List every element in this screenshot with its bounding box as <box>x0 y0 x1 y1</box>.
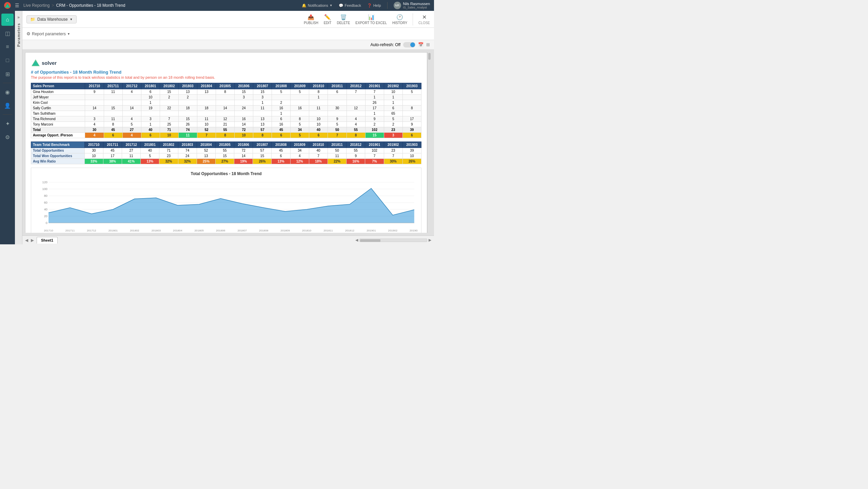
sidebar-icon-settings[interactable]: ⚙ <box>1 131 14 143</box>
sidebar-icon-list[interactable]: ≡ <box>1 41 14 53</box>
data-warehouse-btn[interactable]: 📁 Data Warehouse ▼ <box>26 15 77 23</box>
cell-value <box>104 111 122 116</box>
report-params-label: Report parameters <box>32 32 66 36</box>
hamburger-menu[interactable]: ☰ <box>15 3 19 8</box>
notifications-chevron: ▼ <box>330 4 333 7</box>
bench-cell: 26% <box>253 159 272 164</box>
bench-cell: 57 <box>253 148 272 153</box>
sidebar-icon-reports[interactable]: ◫ <box>1 27 14 39</box>
cell-value: 26 <box>365 100 384 106</box>
delete-btn[interactable]: 🗑️ DELETE <box>337 14 350 25</box>
help-btn[interactable]: ❓ Help <box>367 3 381 8</box>
sheet-prev-btn[interactable]: ◀ <box>25 238 28 243</box>
col-201903: 201903 <box>402 83 421 89</box>
cell-value: 10 <box>309 122 328 127</box>
sidebar-icon-users[interactable]: 👤 <box>1 99 14 112</box>
svg-text:201811: 201811 <box>323 229 333 232</box>
bell-icon: 🔔 <box>302 3 307 8</box>
cell-value: 22 <box>160 106 178 111</box>
cell-value: 15 <box>178 116 197 122</box>
cell-value: 11 <box>104 116 122 122</box>
sidebar-icon-square[interactable]: □ <box>1 54 14 67</box>
bench-cell: 11 <box>328 153 347 159</box>
svg-text:201812: 201812 <box>345 229 355 232</box>
feedback-btn[interactable]: 💬 Feedback <box>339 3 361 8</box>
breadcrumb-sep: > <box>52 3 54 8</box>
cell-value <box>291 95 309 100</box>
bench-col-201810: 201810 <box>309 142 328 148</box>
bench-cell: 10 <box>84 153 103 159</box>
svg-text:80: 80 <box>44 194 47 198</box>
autorefresh-toggle[interactable] <box>403 42 415 48</box>
h-scrollbar-thumb[interactable] <box>360 239 380 242</box>
total-cell: 30 <box>85 127 104 133</box>
content-area: 📁 Data Warehouse ▼ 📤 PUBLISH ✏️ EDIT 🗑️ … <box>22 11 434 244</box>
export-label: EXPORT TO EXCEL <box>355 21 387 25</box>
report-params-btn[interactable]: ⚙ Report parameters ▼ <box>26 31 70 36</box>
scroll-right-icon[interactable]: ▶ <box>429 238 431 242</box>
publish-btn[interactable]: 📤 PUBLISH <box>304 14 318 25</box>
cell-value <box>197 95 216 100</box>
table-row: Jeff Moyer102233111 <box>31 95 421 100</box>
breadcrumb-home[interactable]: Live Reporting <box>23 3 50 8</box>
bench-cell: 5 <box>141 153 159 159</box>
bench-cell: 22% <box>328 159 347 164</box>
scroll-left-icon[interactable]: ◀ <box>355 238 358 242</box>
svg-text:201810: 201810 <box>302 229 312 232</box>
total-cell: 52 <box>197 127 216 133</box>
svg-text:201903: 201903 <box>410 229 418 232</box>
cell-value: 8 <box>104 122 122 127</box>
bench-cell: 13 <box>197 153 215 159</box>
cell-value: 3 <box>235 95 253 100</box>
notifications-btn[interactable]: 🔔 Notifications ▼ <box>302 3 333 8</box>
vertical-scrollbar[interactable] <box>427 52 431 233</box>
user-role: IS_Sales_Analyst <box>403 6 430 9</box>
avg-cell: 8 <box>216 133 234 138</box>
export-btn[interactable]: 📊 EXPORT TO EXCEL <box>355 14 387 25</box>
svg-marker-3 <box>32 61 39 65</box>
svg-text:201801: 201801 <box>108 229 118 232</box>
scrollbar-thumb[interactable] <box>428 53 431 60</box>
svg-text:201711: 201711 <box>65 229 75 232</box>
sheet1-tab[interactable]: Sheet1 <box>37 237 58 244</box>
cell-value: 16 <box>235 116 253 122</box>
horizontal-scrollbar[interactable] <box>359 239 427 242</box>
svg-text:201806: 201806 <box>216 229 225 232</box>
sidebar-icon-home[interactable]: ⌂ <box>1 14 14 26</box>
sidebar-icon-grid[interactable]: ⊞ <box>1 68 14 80</box>
sidebar-icon-tools[interactable]: ✦ <box>1 117 14 130</box>
avg-cell: 4 <box>85 133 104 138</box>
cell-value <box>216 111 234 116</box>
report-viewport[interactable]: solver # of Opportunities - 18 Month Rol… <box>22 50 434 236</box>
sidebar-icon-circle[interactable]: ◉ <box>1 86 14 98</box>
total-cell: 45 <box>272 127 291 133</box>
bench-col-201806: 201806 <box>234 142 253 148</box>
user-menu[interactable]: NR Nils Rasmussen IS_Sales_Analyst <box>394 2 430 9</box>
sheet-next-btn[interactable]: ▶ <box>31 238 34 243</box>
cell-value: 3 <box>85 116 104 122</box>
nav-divider <box>387 2 388 9</box>
cell-value: 2 <box>365 122 384 127</box>
cell-value: 5 <box>122 122 141 127</box>
toolbar-actions: 📤 PUBLISH ✏️ EDIT 🗑️ DELETE 📊 EXPORT TO … <box>304 13 430 25</box>
autorefresh-bar: Auto-refresh: Off 📅 ⊞ <box>22 40 434 50</box>
col-201802: 201802 <box>160 83 178 89</box>
cell-value <box>291 100 309 106</box>
params-toggle[interactable]: » <box>16 14 22 20</box>
bench-cell: 6 <box>272 153 290 159</box>
bench-cell: 7 <box>384 153 402 159</box>
bottom-bar: ◀ ▶ Sheet1 ◀ ▶ <box>22 236 434 244</box>
cell-value: 9 <box>365 116 384 122</box>
cell-value: 24 <box>235 106 253 111</box>
svg-text:201804: 201804 <box>173 229 182 232</box>
close-btn[interactable]: ✕ CLOSE <box>418 14 430 25</box>
cell-value: 14 <box>85 106 104 111</box>
bench-cell: 33% <box>84 159 103 164</box>
report-scroll-area[interactable]: solver # of Opportunities - 18 Month Rol… <box>25 52 427 233</box>
table-row: Tony Marconi48512526102114131651054229 <box>31 122 421 127</box>
col-201809: 201809 <box>291 83 309 89</box>
history-btn[interactable]: 🕐 HISTORY <box>392 14 407 25</box>
edit-btn[interactable]: ✏️ EDIT <box>324 14 332 25</box>
bench-cell: 9 <box>347 153 365 159</box>
bench-cell: 27% <box>215 159 234 164</box>
